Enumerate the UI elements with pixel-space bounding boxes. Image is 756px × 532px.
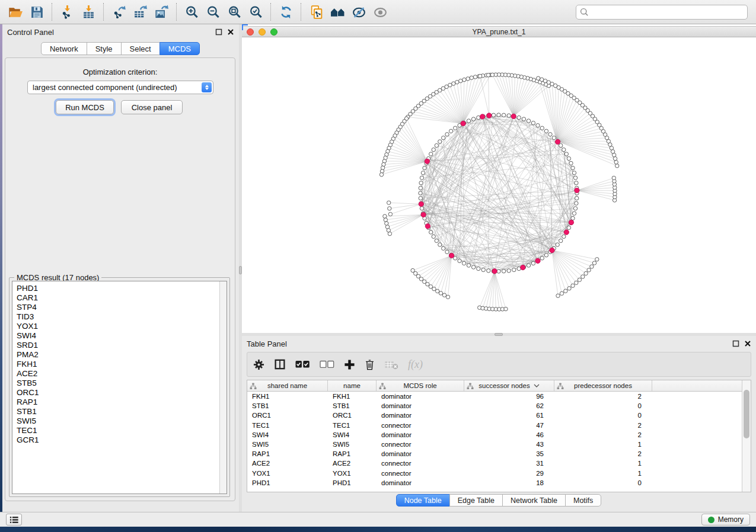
graph-node[interactable] <box>492 113 495 117</box>
graph-node[interactable] <box>477 267 480 270</box>
table-row-phd1[interactable]: PHD1PHD1dominator180 <box>247 478 742 488</box>
graph-node[interactable] <box>584 271 588 275</box>
graph-node[interactable] <box>384 218 387 222</box>
graph-node[interactable] <box>564 152 568 156</box>
graph-node[interactable] <box>560 291 563 295</box>
graph-node[interactable] <box>470 76 473 79</box>
export-network-button[interactable] <box>108 2 129 21</box>
graph-node[interactable] <box>512 268 516 271</box>
mcds-result-item[interactable]: TID3 <box>12 312 227 322</box>
tab-style[interactable]: Style <box>87 42 122 55</box>
criterion-dropdown[interactable]: largest connected component (undirected) <box>27 81 213 94</box>
close-panel-icon[interactable] <box>227 28 234 36</box>
mcds-result-item[interactable]: ACE2 <box>12 369 227 379</box>
table-row-swi5[interactable]: SWI5SWI5connector431 <box>247 440 742 449</box>
graph-node[interactable] <box>571 166 575 169</box>
graph-node[interactable] <box>490 73 494 76</box>
graph-node[interactable] <box>567 287 571 290</box>
close-panel-button[interactable]: Close panel <box>121 100 183 114</box>
graph-node[interactable] <box>473 75 477 79</box>
import-network-button[interactable] <box>56 2 78 21</box>
graph-node[interactable] <box>487 269 490 273</box>
graph-node[interactable] <box>556 294 560 297</box>
table-row-rap1[interactable]: RAP1RAP1dominator352 <box>247 449 742 459</box>
mcds-result-item[interactable]: STB5 <box>12 379 227 388</box>
mcds-result-item[interactable]: STP4 <box>12 303 227 312</box>
mcds-result-item[interactable]: STB1 <box>12 407 227 416</box>
table-row-fkh1[interactable]: FKH1FKH1dominator962 <box>247 392 742 401</box>
graph-node[interactable] <box>573 176 577 180</box>
add-column-button[interactable] <box>344 359 355 370</box>
graph-node[interactable] <box>556 243 559 246</box>
graph-node[interactable] <box>552 136 556 140</box>
graph-node[interactable] <box>467 264 470 267</box>
graph-node[interactable] <box>458 259 461 262</box>
graph-node[interactable] <box>507 114 511 117</box>
graph-node[interactable] <box>540 78 544 81</box>
graph-node[interactable] <box>423 166 426 169</box>
run-mcds-button[interactable]: Run MCDS <box>56 100 114 114</box>
mcds-graph-node[interactable] <box>492 269 497 274</box>
table-row-orc1[interactable]: ORC1ORC1dominator610 <box>247 411 742 420</box>
graph-node[interactable] <box>462 78 466 81</box>
close-panel-icon[interactable] <box>744 340 751 347</box>
graph-node[interactable] <box>572 171 576 175</box>
graph-node[interactable] <box>613 153 616 157</box>
column-header-shared-name[interactable]: shared name <box>247 380 328 391</box>
graph-node[interactable] <box>544 129 548 133</box>
list-scrollbar[interactable] <box>219 281 227 493</box>
duplicate-network-button[interactable] <box>305 2 327 21</box>
graph-node[interactable] <box>466 77 470 81</box>
search-input[interactable] <box>576 5 748 20</box>
tab-motifs[interactable]: Motifs <box>565 494 601 507</box>
graph-node[interactable] <box>388 207 391 210</box>
graph-node[interactable] <box>502 113 505 117</box>
mcds-result-item[interactable]: RAP1 <box>12 398 227 407</box>
graph-node[interactable] <box>442 293 446 297</box>
table-row-swi4[interactable]: SWI4SWI4dominator462 <box>247 430 742 440</box>
graph-node[interactable] <box>517 116 521 119</box>
graph-node[interactable] <box>614 161 618 164</box>
graph-node[interactable] <box>578 278 581 281</box>
graph-node[interactable] <box>435 239 438 242</box>
table-settings-button[interactable] <box>253 359 264 370</box>
graph-node[interactable] <box>592 261 596 265</box>
mcds-graph-node[interactable] <box>487 113 492 118</box>
mcds-graph-node[interactable] <box>425 224 430 229</box>
sort-chevron-icon[interactable] <box>534 384 540 387</box>
graph-node[interactable] <box>540 257 544 260</box>
graph-node[interactable] <box>573 207 577 210</box>
graph-node[interactable] <box>432 148 435 152</box>
graph-node[interactable] <box>497 113 500 117</box>
mcds-graph-node[interactable] <box>569 220 573 225</box>
graph-node[interactable] <box>548 133 552 136</box>
graph-node[interactable] <box>527 264 530 267</box>
graph-node[interactable] <box>531 261 535 265</box>
mcds-graph-node[interactable] <box>550 248 554 252</box>
mcds-graph-node[interactable] <box>575 188 579 193</box>
first-neighbors-button[interactable] <box>327 2 348 21</box>
show-columns-button[interactable] <box>274 359 286 370</box>
graph-node[interactable] <box>429 230 433 234</box>
mcds-result-item[interactable]: PMA2 <box>12 350 227 360</box>
graph-node[interactable] <box>567 226 570 229</box>
mcds-graph-node[interactable] <box>461 121 465 126</box>
graph-node[interactable] <box>459 79 462 82</box>
graph-node[interactable] <box>471 265 475 269</box>
hide-selected-button[interactable] <box>348 2 369 21</box>
graph-node[interactable] <box>477 116 480 119</box>
mcds-result-item[interactable]: SWI4 <box>12 331 227 341</box>
refresh-layout-button[interactable] <box>275 2 296 21</box>
scrollbar-thumb[interactable] <box>744 390 749 438</box>
graph-node[interactable] <box>445 250 449 254</box>
graph-node[interactable] <box>388 212 392 216</box>
graph-node[interactable] <box>536 124 540 127</box>
tab-network[interactable]: Network <box>41 42 87 55</box>
export-image-button[interactable] <box>151 2 172 21</box>
mcds-result-item[interactable]: TEC1 <box>12 426 227 435</box>
graph-node[interactable] <box>531 121 535 124</box>
mcds-graph-node[interactable] <box>521 265 525 270</box>
zoom-out-button[interactable] <box>202 2 224 21</box>
graph-node[interactable] <box>575 196 579 200</box>
graph-node[interactable] <box>462 261 465 265</box>
